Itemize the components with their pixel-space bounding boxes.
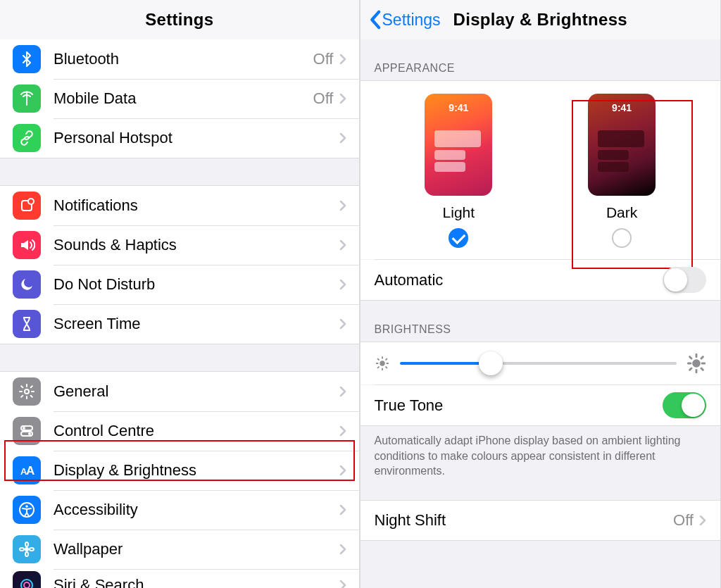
- row-label: Notifications: [54, 196, 339, 215]
- text-size-icon: AA: [13, 456, 41, 484]
- antenna-icon: [13, 85, 41, 113]
- chevron-right-icon: [339, 132, 346, 144]
- row-detail: Off: [313, 50, 334, 68]
- row-label: Siri & Search: [54, 576, 339, 589]
- svg-point-12: [25, 542, 28, 546]
- automatic-label: Automatic: [375, 271, 663, 289]
- speaker-icon: [13, 231, 41, 259]
- chevron-right-icon: [339, 279, 346, 290]
- svg-point-18: [380, 361, 384, 365]
- row-mobile-data[interactable]: Mobile Data Off: [0, 79, 359, 118]
- row-label: Display & Brightness: [54, 461, 339, 480]
- siri-icon: [13, 571, 41, 589]
- svg-point-1: [28, 199, 34, 204]
- automatic-row[interactable]: Automatic: [360, 260, 721, 301]
- sun-small-icon: [375, 356, 390, 371]
- brightness-slider[interactable]: [400, 362, 677, 365]
- row-label: Sounds & Haptics: [54, 236, 339, 254]
- settings-pane: Settings Bluetooth Off Mobile Data Off P…: [0, 0, 360, 588]
- row-screen-time[interactable]: Screen Time: [0, 304, 359, 344]
- row-general[interactable]: General: [0, 372, 359, 411]
- svg-text:A: A: [26, 464, 35, 477]
- link-icon: [13, 124, 41, 152]
- display-brightness-pane: Settings Display & Brightness APPEARANCE…: [360, 0, 721, 588]
- brightness-slider-row: [360, 342, 721, 384]
- display-header: Settings Display & Brightness: [360, 0, 721, 39]
- row-accessibility[interactable]: Accessibility: [0, 490, 359, 530]
- chevron-right-icon: [339, 318, 346, 330]
- moon-icon: [13, 270, 41, 299]
- svg-point-17: [24, 582, 30, 588]
- svg-point-6: [28, 432, 31, 435]
- svg-point-19: [692, 359, 701, 368]
- row-display-brightness[interactable]: AA Display & Brightness: [0, 451, 359, 490]
- settings-group-general: General Control Centre AA Display & Brig…: [0, 371, 359, 588]
- nightshift-detail: Off: [673, 511, 694, 530]
- switches-icon: [13, 417, 41, 445]
- accessibility-icon: [13, 496, 41, 524]
- settings-header: Settings: [0, 0, 359, 39]
- light-label: Light: [443, 204, 475, 221]
- svg-point-14: [20, 548, 24, 551]
- dark-preview: 9:41: [588, 94, 656, 196]
- row-sounds-haptics[interactable]: Sounds & Haptics: [0, 225, 359, 265]
- row-siri-search[interactable]: Siri & Search: [0, 569, 359, 588]
- row-control-centre[interactable]: Control Centre: [0, 411, 359, 451]
- row-label: Do Not Disturb: [54, 275, 339, 294]
- back-button[interactable]: Settings: [369, 0, 441, 39]
- svg-point-2: [25, 389, 29, 394]
- truetone-row[interactable]: True Tone: [360, 385, 721, 426]
- row-label: Personal Hotspot: [54, 129, 339, 147]
- chevron-right-icon: [699, 515, 706, 526]
- chevron-right-icon: [339, 504, 346, 515]
- truetone-toggle[interactable]: [663, 392, 706, 418]
- chevron-right-icon: [339, 386, 346, 397]
- sun-large-icon: [686, 354, 706, 373]
- preview-time: 9:41: [425, 102, 492, 113]
- chevron-right-icon: [339, 425, 346, 437]
- radio-checked-icon[interactable]: [449, 228, 468, 248]
- settings-group-connectivity: Bluetooth Off Mobile Data Off Personal H…: [0, 39, 359, 158]
- radio-unchecked-icon[interactable]: [612, 228, 632, 248]
- slider-knob[interactable]: [479, 351, 503, 375]
- chevron-right-icon: [339, 239, 346, 251]
- bluetooth-icon: [13, 45, 41, 73]
- chevron-right-icon: [339, 465, 346, 476]
- automatic-toggle[interactable]: [663, 267, 706, 293]
- back-label: Settings: [382, 11, 441, 30]
- appearance-chooser: 9:41 Light 9:41 Dark: [360, 80, 721, 259]
- row-wallpaper[interactable]: Wallpaper: [0, 530, 359, 569]
- row-label: General: [54, 382, 339, 401]
- truetone-note: Automatically adapt iPhone display based…: [360, 426, 721, 479]
- chevron-right-icon: [339, 54, 346, 65]
- svg-point-15: [30, 548, 34, 551]
- row-detail: Off: [313, 89, 334, 108]
- light-preview: 9:41: [425, 94, 492, 196]
- preview-time: 9:41: [588, 102, 656, 113]
- appearance-option-light[interactable]: 9:41 Light: [399, 94, 518, 248]
- display-title: Display & Brightness: [453, 10, 627, 30]
- svg-point-11: [25, 547, 29, 551]
- svg-point-4: [23, 427, 25, 430]
- row-label: Mobile Data: [54, 89, 313, 108]
- svg-point-10: [25, 505, 28, 508]
- row-notifications[interactable]: Notifications: [0, 186, 359, 225]
- nightshift-label: Night Shift: [375, 511, 674, 530]
- dark-label: Dark: [606, 204, 637, 221]
- brightness-header: BRIGHTNESS: [360, 301, 721, 342]
- notifications-icon: [13, 192, 41, 220]
- truetone-label: True Tone: [375, 396, 663, 415]
- appearance-option-dark[interactable]: 9:41 Dark: [562, 94, 682, 248]
- row-label: Wallpaper: [54, 540, 339, 558]
- row-label: Bluetooth: [54, 50, 313, 68]
- row-label: Accessibility: [54, 501, 339, 519]
- row-bluetooth[interactable]: Bluetooth Off: [0, 39, 359, 79]
- nightshift-row[interactable]: Night Shift Off: [360, 500, 721, 541]
- row-personal-hotspot[interactable]: Personal Hotspot: [0, 118, 359, 158]
- flower-icon: [13, 535, 41, 563]
- chevron-right-icon: [339, 200, 346, 211]
- row-do-not-disturb[interactable]: Do Not Disturb: [0, 265, 359, 304]
- chevron-right-icon: [339, 580, 346, 589]
- gear-icon: [13, 377, 41, 406]
- chevron-right-icon: [339, 93, 346, 104]
